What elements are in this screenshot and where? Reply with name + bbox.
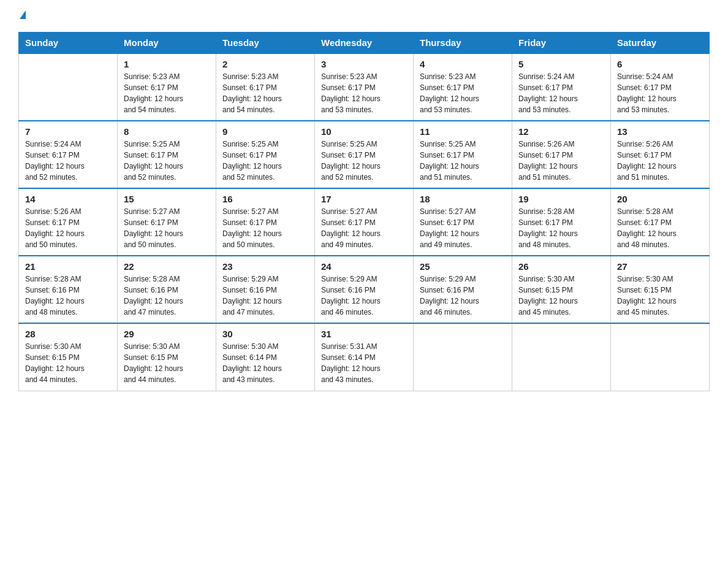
calendar-table: SundayMondayTuesdayWednesdayThursdayFrid… — [18, 32, 710, 391]
calendar-cell: 1Sunrise: 5:23 AM Sunset: 6:17 PM Daylig… — [118, 53, 216, 121]
calendar-cell: 11Sunrise: 5:25 AM Sunset: 6:17 PM Dayli… — [414, 121, 512, 188]
calendar-cell: 16Sunrise: 5:27 AM Sunset: 6:17 PM Dayli… — [216, 188, 315, 256]
calendar-week-3: 14Sunrise: 5:26 AM Sunset: 6:17 PM Dayli… — [19, 188, 710, 256]
logo — [18, 12, 26, 21]
column-header-sunday: Sunday — [19, 33, 118, 54]
day-number: 14 — [25, 194, 111, 204]
calendar-cell — [611, 323, 710, 391]
day-number: 17 — [321, 194, 407, 204]
day-number: 2 — [222, 59, 308, 69]
day-number: 5 — [518, 59, 604, 69]
day-info: Sunrise: 5:25 AM Sunset: 6:17 PM Dayligh… — [124, 139, 210, 183]
day-number: 11 — [420, 126, 506, 137]
calendar-cell: 27Sunrise: 5:30 AM Sunset: 6:15 PM Dayli… — [611, 256, 710, 323]
calendar-cell: 18Sunrise: 5:27 AM Sunset: 6:17 PM Dayli… — [414, 188, 512, 256]
day-number: 29 — [124, 329, 210, 339]
day-info: Sunrise: 5:29 AM Sunset: 6:16 PM Dayligh… — [420, 274, 506, 318]
column-header-tuesday: Tuesday — [216, 33, 315, 54]
day-info: Sunrise: 5:25 AM Sunset: 6:17 PM Dayligh… — [222, 139, 308, 183]
day-number: 24 — [321, 261, 407, 272]
day-info: Sunrise: 5:27 AM Sunset: 6:17 PM Dayligh… — [321, 206, 407, 250]
day-number: 25 — [420, 261, 506, 272]
day-number: 18 — [420, 194, 506, 204]
day-info: Sunrise: 5:27 AM Sunset: 6:17 PM Dayligh… — [222, 206, 308, 250]
calendar-cell: 14Sunrise: 5:26 AM Sunset: 6:17 PM Dayli… — [19, 188, 118, 256]
page-header — [18, 12, 710, 21]
calendar-cell: 9Sunrise: 5:25 AM Sunset: 6:17 PM Daylig… — [216, 121, 315, 188]
day-number: 30 — [222, 329, 308, 339]
day-info: Sunrise: 5:23 AM Sunset: 6:17 PM Dayligh… — [321, 71, 407, 115]
day-info: Sunrise: 5:25 AM Sunset: 6:17 PM Dayligh… — [420, 139, 506, 183]
calendar-cell: 8Sunrise: 5:25 AM Sunset: 6:17 PM Daylig… — [118, 121, 216, 188]
day-number: 20 — [617, 194, 703, 204]
day-number: 27 — [617, 261, 703, 272]
day-info: Sunrise: 5:24 AM Sunset: 6:17 PM Dayligh… — [518, 71, 604, 115]
calendar-cell: 15Sunrise: 5:27 AM Sunset: 6:17 PM Dayli… — [118, 188, 216, 256]
calendar-cell: 10Sunrise: 5:25 AM Sunset: 6:17 PM Dayli… — [315, 121, 414, 188]
day-info: Sunrise: 5:28 AM Sunset: 6:17 PM Dayligh… — [518, 206, 604, 250]
day-number: 26 — [518, 261, 604, 272]
calendar-cell: 12Sunrise: 5:26 AM Sunset: 6:17 PM Dayli… — [512, 121, 611, 188]
calendar-cell: 22Sunrise: 5:28 AM Sunset: 6:16 PM Dayli… — [118, 256, 216, 323]
column-header-thursday: Thursday — [414, 33, 512, 54]
day-number: 10 — [321, 126, 407, 137]
day-info: Sunrise: 5:30 AM Sunset: 6:15 PM Dayligh… — [25, 341, 111, 385]
column-header-saturday: Saturday — [611, 33, 710, 54]
calendar-cell: 28Sunrise: 5:30 AM Sunset: 6:15 PM Dayli… — [19, 323, 118, 391]
calendar-cell — [512, 323, 611, 391]
day-info: Sunrise: 5:29 AM Sunset: 6:16 PM Dayligh… — [321, 274, 407, 318]
calendar-cell: 26Sunrise: 5:30 AM Sunset: 6:15 PM Dayli… — [512, 256, 611, 323]
day-number: 1 — [124, 59, 210, 69]
column-header-friday: Friday — [512, 33, 611, 54]
calendar-cell: 17Sunrise: 5:27 AM Sunset: 6:17 PM Dayli… — [315, 188, 414, 256]
day-info: Sunrise: 5:27 AM Sunset: 6:17 PM Dayligh… — [420, 206, 506, 250]
day-number: 31 — [321, 329, 407, 339]
calendar-cell — [414, 323, 512, 391]
calendar-cell: 2Sunrise: 5:23 AM Sunset: 6:17 PM Daylig… — [216, 53, 315, 121]
day-info: Sunrise: 5:25 AM Sunset: 6:17 PM Dayligh… — [321, 139, 407, 183]
day-info: Sunrise: 5:30 AM Sunset: 6:15 PM Dayligh… — [124, 341, 210, 385]
calendar-cell: 7Sunrise: 5:24 AM Sunset: 6:17 PM Daylig… — [19, 121, 118, 188]
day-info: Sunrise: 5:28 AM Sunset: 6:16 PM Dayligh… — [124, 274, 210, 318]
calendar-cell: 31Sunrise: 5:31 AM Sunset: 6:14 PM Dayli… — [315, 323, 414, 391]
day-info: Sunrise: 5:30 AM Sunset: 6:15 PM Dayligh… — [617, 274, 703, 318]
calendar-cell: 20Sunrise: 5:28 AM Sunset: 6:17 PM Dayli… — [611, 188, 710, 256]
calendar-week-1: 1Sunrise: 5:23 AM Sunset: 6:17 PM Daylig… — [19, 53, 710, 121]
calendar-week-5: 28Sunrise: 5:30 AM Sunset: 6:15 PM Dayli… — [19, 323, 710, 391]
day-number: 23 — [222, 261, 308, 272]
day-number: 21 — [25, 261, 111, 272]
day-info: Sunrise: 5:28 AM Sunset: 6:16 PM Dayligh… — [25, 274, 111, 318]
day-number: 12 — [518, 126, 604, 137]
calendar-cell: 30Sunrise: 5:30 AM Sunset: 6:14 PM Dayli… — [216, 323, 315, 391]
calendar-cell: 4Sunrise: 5:23 AM Sunset: 6:17 PM Daylig… — [414, 53, 512, 121]
calendar-cell: 5Sunrise: 5:24 AM Sunset: 6:17 PM Daylig… — [512, 53, 611, 121]
day-info: Sunrise: 5:23 AM Sunset: 6:17 PM Dayligh… — [124, 71, 210, 115]
day-info: Sunrise: 5:31 AM Sunset: 6:14 PM Dayligh… — [321, 341, 407, 385]
day-info: Sunrise: 5:28 AM Sunset: 6:17 PM Dayligh… — [617, 206, 703, 250]
day-info: Sunrise: 5:26 AM Sunset: 6:17 PM Dayligh… — [25, 206, 111, 250]
calendar-cell: 19Sunrise: 5:28 AM Sunset: 6:17 PM Dayli… — [512, 188, 611, 256]
column-header-wednesday: Wednesday — [315, 33, 414, 54]
day-number: 3 — [321, 59, 407, 69]
day-number: 7 — [25, 126, 111, 137]
day-number: 28 — [25, 329, 111, 339]
calendar-cell: 23Sunrise: 5:29 AM Sunset: 6:16 PM Dayli… — [216, 256, 315, 323]
day-number: 16 — [222, 194, 308, 204]
day-number: 22 — [124, 261, 210, 272]
day-info: Sunrise: 5:26 AM Sunset: 6:17 PM Dayligh… — [518, 139, 604, 183]
day-info: Sunrise: 5:30 AM Sunset: 6:14 PM Dayligh… — [222, 341, 308, 385]
day-number: 4 — [420, 59, 506, 69]
calendar-cell: 25Sunrise: 5:29 AM Sunset: 6:16 PM Dayli… — [414, 256, 512, 323]
day-number: 19 — [518, 194, 604, 204]
day-number: 6 — [617, 59, 703, 69]
day-info: Sunrise: 5:24 AM Sunset: 6:17 PM Dayligh… — [25, 139, 111, 183]
day-info: Sunrise: 5:29 AM Sunset: 6:16 PM Dayligh… — [222, 274, 308, 318]
calendar-header: SundayMondayTuesdayWednesdayThursdayFrid… — [19, 33, 710, 54]
calendar-cell: 6Sunrise: 5:24 AM Sunset: 6:17 PM Daylig… — [611, 53, 710, 121]
calendar-cell: 29Sunrise: 5:30 AM Sunset: 6:15 PM Dayli… — [118, 323, 216, 391]
day-info: Sunrise: 5:26 AM Sunset: 6:17 PM Dayligh… — [617, 139, 703, 183]
day-info: Sunrise: 5:27 AM Sunset: 6:17 PM Dayligh… — [124, 206, 210, 250]
calendar-cell — [19, 53, 118, 121]
day-info: Sunrise: 5:24 AM Sunset: 6:17 PM Dayligh… — [617, 71, 703, 115]
calendar-cell: 24Sunrise: 5:29 AM Sunset: 6:16 PM Dayli… — [315, 256, 414, 323]
